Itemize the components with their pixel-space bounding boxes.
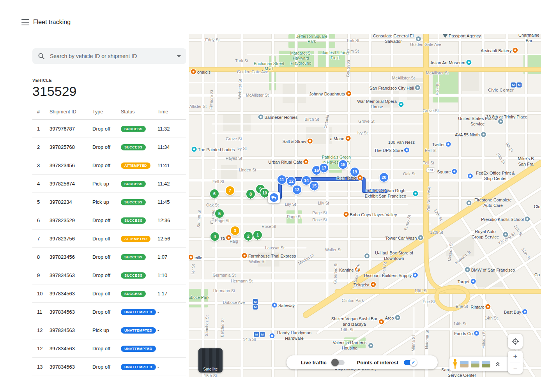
vehicle-marker[interactable]: [268, 192, 280, 203]
imagery-thumbnail[interactable]: [471, 361, 479, 367]
imagery-thumbnail[interactable]: [460, 361, 469, 367]
stop-number: 5: [218, 211, 221, 216]
points-of-interest-toggle[interactable]: ✓: [404, 360, 416, 365]
stop-marker-8[interactable]: 8: [246, 190, 255, 198]
time-cell: -: [157, 327, 186, 333]
stop-number: 16: [314, 168, 319, 173]
stop-marker-6[interactable]: 6: [210, 189, 219, 198]
table-row[interactable]: 10397834563Drop offSUCCESS1:17: [32, 284, 186, 303]
table-row[interactable]: 539782234Pick upSUCCESS11:45: [32, 193, 186, 211]
stop-number: 3: [234, 228, 236, 233]
table-row[interactable]: 7397823756Drop offATTEMPTED12:56: [32, 230, 186, 248]
table-row[interactable]: 11397834563Drop offUNATTEMPTED-: [32, 303, 186, 321]
status-cell: SUCCESS: [121, 199, 157, 205]
stop-marker-17[interactable]: 17: [320, 164, 328, 172]
zoom-out-button[interactable]: −: [508, 362, 523, 374]
stop-marker-13[interactable]: 13: [293, 185, 301, 194]
cell: 12: [32, 346, 50, 351]
cell: 397823456: [50, 162, 92, 168]
stop-number: 7: [229, 188, 231, 193]
table-row[interactable]: 14397834563Drop offUNATTEMPTED-: [32, 376, 186, 377]
cell: 397976787: [50, 126, 92, 132]
status-cell: SUCCESS: [121, 272, 157, 279]
map-markers-layer: 1234567891011121314151617181920: [189, 34, 541, 377]
cell: 397834563: [50, 364, 92, 370]
time-cell: 1:10: [157, 272, 186, 278]
stop-number: 19: [352, 170, 357, 174]
status-cell: SUCCESS: [121, 217, 157, 224]
satellite-toggle-button[interactable]: Satellite: [198, 348, 223, 373]
menu-icon[interactable]: [21, 19, 29, 25]
table-row[interactable]: 2397825768Drop offSUCCESS11:34: [32, 138, 186, 156]
table-header: # Shipment ID Type Status Time: [32, 105, 186, 120]
stop-marker-11[interactable]: 11: [278, 175, 286, 184]
status-cell: SUCCESS: [121, 180, 157, 187]
satellite-label: Satellite: [198, 367, 223, 371]
table-row[interactable]: 12397834563Pick upUNATTEMPTED-: [32, 321, 186, 339]
stop-marker-18[interactable]: 18: [339, 160, 347, 169]
col-num: #: [32, 109, 50, 115]
stop-marker-20[interactable]: 20: [380, 173, 388, 182]
pegman-icon[interactable]: [453, 359, 458, 369]
stop-marker-14[interactable]: 14: [302, 176, 311, 185]
stop-marker-15[interactable]: 15: [310, 182, 318, 190]
cell: Drop off: [92, 309, 121, 315]
cell: 5: [32, 199, 50, 205]
stop-marker-4[interactable]: 4: [210, 232, 219, 241]
status-cell: ATTEMPTED: [121, 235, 157, 242]
live-traffic-toggle[interactable]: [332, 360, 345, 365]
stop-number: 14: [304, 178, 309, 183]
app-header: Fleet tracking: [0, 0, 541, 34]
stop-marker-1[interactable]: 1: [253, 231, 262, 239]
time-cell: -: [157, 364, 186, 370]
table-row[interactable]: 6397823529Drop offSUCCESS12:36: [32, 211, 186, 230]
cell: 12: [32, 327, 50, 333]
cell: Drop off: [92, 291, 121, 297]
stop-marker-19[interactable]: 19: [350, 168, 359, 176]
time-cell: 11:34: [157, 144, 186, 150]
col-time: Time: [157, 109, 186, 115]
fleet-tracking-app: Fleet tracking VEHICLE 315529 # Shipment…: [0, 0, 541, 392]
stop-marker-7[interactable]: 7: [226, 186, 234, 195]
status-cell: SUCCESS: [121, 254, 157, 260]
live-traffic-label: Live traffic: [301, 360, 327, 366]
cell: 9: [32, 272, 50, 278]
status-cell: UNATTEMPTED: [121, 309, 157, 315]
stop-number: 1: [256, 233, 259, 237]
stop-marker-5[interactable]: 5: [215, 209, 224, 218]
status-badge: SUCCESS: [121, 254, 146, 260]
cell: 2: [32, 144, 50, 150]
my-location-button[interactable]: [508, 334, 523, 349]
status-cell: SUCCESS: [121, 125, 157, 132]
table-row[interactable]: 4397825674Pick upSUCCESS11:42: [32, 175, 186, 193]
table-row[interactable]: 9397834563Drop offSUCCESS1:10: [32, 266, 186, 284]
stop-number: 8: [249, 192, 252, 196]
table-row[interactable]: 8397823456Drop offSUCCESS1:07: [32, 248, 186, 266]
table-row[interactable]: 3397823456Drop offATTEMPTED11:41: [32, 156, 186, 175]
collapse-chevron-icon[interactable]: [495, 361, 500, 367]
stop-number: 15: [312, 184, 316, 188]
cell: Pick up: [92, 327, 121, 333]
cell: 7: [32, 236, 50, 242]
cell: 397823756: [50, 236, 92, 242]
cell: 10: [32, 291, 50, 297]
status-badge: SUCCESS: [121, 144, 146, 150]
table-row[interactable]: 13397834563Drop offUNATTEMPTED-: [32, 358, 186, 376]
stop-number: 2: [247, 234, 249, 238]
search-dropdown-icon[interactable]: [177, 55, 181, 57]
cell: Drop off: [92, 254, 121, 260]
stop-marker-12[interactable]: 12: [287, 177, 295, 185]
status-badge: SUCCESS: [121, 291, 146, 297]
stop-number: 11: [279, 177, 284, 182]
stop-marker-3[interactable]: 3: [231, 226, 239, 235]
stop-marker-2[interactable]: 2: [244, 232, 253, 240]
cell: Drop off: [92, 364, 121, 370]
search-input[interactable]: [49, 53, 173, 60]
cell: 8: [32, 254, 50, 260]
table-row[interactable]: 12397834563Drop offUNATTEMPTED-: [32, 339, 186, 358]
map[interactable]: Eddy StJefferson Square ParkTurk StConsu…: [189, 34, 541, 377]
zoom-in-button[interactable]: +: [508, 351, 523, 362]
table-row[interactable]: 1397976787Drop offSUCCESS11:32: [32, 120, 186, 138]
imagery-thumbnail[interactable]: [482, 361, 490, 367]
col-shipment-id: Shipment ID: [50, 109, 92, 115]
